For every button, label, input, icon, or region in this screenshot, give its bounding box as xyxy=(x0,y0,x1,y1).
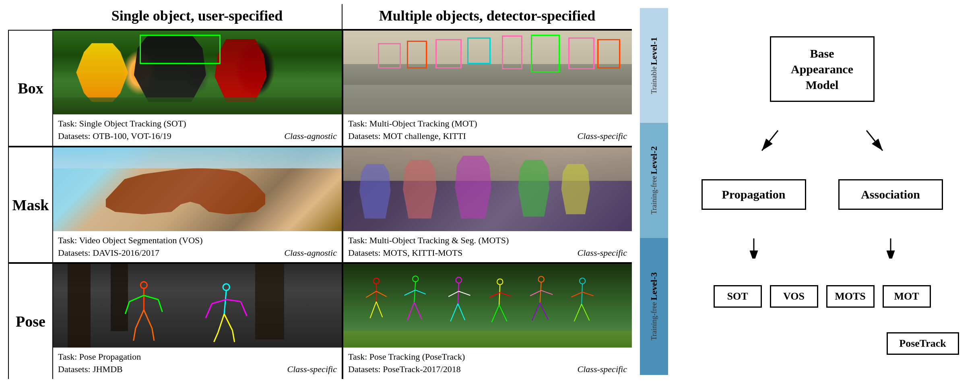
arrow-to-propagation xyxy=(754,128,786,153)
svg-point-0 xyxy=(140,282,147,288)
row-cells-mask: Task: Video Object Segmentation (VOS) Da… xyxy=(53,147,632,263)
diagram-section: Level-1 Trainable Level-2 Training-free … xyxy=(640,4,972,379)
task-pose-left: Task: Pose Propagation xyxy=(58,352,141,362)
svg-line-54 xyxy=(574,304,582,321)
flow-row-level1: Base Appearance Model xyxy=(672,28,972,102)
image-mask-left xyxy=(53,147,342,231)
svg-line-48 xyxy=(532,303,540,321)
row-cells-pose: Task: Pose Propagation Datasets: JHMDB C… xyxy=(53,264,632,379)
image-pose-right xyxy=(343,264,632,348)
row-cells-box: Task: Single Object Tracking (SOT) Datas… xyxy=(53,31,632,146)
box-sot: SOT xyxy=(714,285,762,308)
level-3-segment: Level-3 Training-free xyxy=(640,238,668,375)
svg-line-31 xyxy=(414,302,421,319)
caption-mask-right: Task: Multi-Object Tracking & Seg. (MOTS… xyxy=(343,231,632,263)
task-mask-right: Task: Multi-Object Tracking & Seg. (MOTS… xyxy=(348,235,509,245)
main-container: Single object, user-specified Multiple o… xyxy=(0,0,980,383)
svg-line-29 xyxy=(415,290,426,294)
col-header-left: Single object, user-specified xyxy=(52,4,342,30)
sot-label: SOT xyxy=(727,290,748,302)
level-2-segment: Level-2 Training-free xyxy=(640,123,668,238)
svg-line-57 xyxy=(762,130,778,151)
class-mask-right: Class-specific xyxy=(578,247,627,259)
svg-line-52 xyxy=(571,292,582,297)
level-bar: Level-1 Trainable Level-2 Training-free … xyxy=(640,8,668,375)
svg-line-45 xyxy=(540,282,541,303)
table-row-box: Box xyxy=(9,30,632,147)
task-pose-right: Task: Pose Tracking (PoseTrack) xyxy=(348,352,465,362)
svg-line-30 xyxy=(407,302,414,320)
box-mots: MOTS xyxy=(826,285,875,308)
class-pose-right: Class-specific xyxy=(578,363,627,376)
cell-mask-right: Task: Multi-Object Tracking & Seg. (MOTS… xyxy=(343,147,632,263)
svg-line-33 xyxy=(458,283,459,304)
svg-line-42 xyxy=(492,305,499,322)
svg-line-36 xyxy=(450,304,458,321)
caption-box-left: Task: Single Object Tracking (SOT) Datas… xyxy=(53,114,342,146)
svg-line-17 xyxy=(224,314,232,331)
level-1-label: Level-1 xyxy=(649,37,659,65)
svg-line-15 xyxy=(241,302,247,316)
box-posetrack: PoseTrack xyxy=(887,332,959,355)
level-3-label: Level-3 xyxy=(649,272,659,300)
row-label-mask: Mask xyxy=(9,147,53,263)
table-body: Box xyxy=(8,30,632,379)
svg-point-50 xyxy=(580,278,585,284)
level-2-label: Level-2 xyxy=(649,146,659,174)
svg-line-6 xyxy=(136,310,144,329)
svg-point-26 xyxy=(413,276,418,282)
svg-line-35 xyxy=(459,292,470,296)
svg-line-5 xyxy=(158,300,162,312)
datasets-box-right: Datasets: MOT challenge, KITTI xyxy=(348,131,466,141)
svg-point-10 xyxy=(223,284,229,290)
datasets-box-left: Datasets: OTB-100, VOT-16/19 xyxy=(58,131,171,141)
arrow-to-association xyxy=(858,128,891,153)
svg-line-40 xyxy=(489,293,500,298)
svg-line-25 xyxy=(376,302,382,317)
box-propagation: Propagation xyxy=(701,179,806,210)
svg-line-46 xyxy=(530,290,541,296)
box-base-model: Base Appearance Model xyxy=(770,36,875,102)
svg-line-43 xyxy=(499,305,507,321)
datasets-mask-right: Datasets: MOTS, KITTI-MOTS xyxy=(348,248,462,258)
arrows-to-level3 xyxy=(672,236,972,259)
box-vos: VOS xyxy=(770,285,818,308)
row-label-box: Box xyxy=(9,31,53,146)
class-box-right: Class-specific xyxy=(578,130,627,143)
svg-line-27 xyxy=(414,282,415,302)
svg-line-28 xyxy=(404,290,416,295)
image-box-left xyxy=(53,31,342,114)
image-box-right xyxy=(343,31,632,114)
box-mot: MOT xyxy=(883,285,931,308)
svg-line-13 xyxy=(226,300,241,302)
caption-pose-left: Task: Pose Propagation Datasets: JHMDB C… xyxy=(53,348,342,379)
cell-pose-right: Task: Pose Tracking (PoseTrack) Datasets… xyxy=(343,264,632,379)
svg-line-14 xyxy=(206,304,212,318)
col-header-right: Multiple objects, detector-specified xyxy=(342,4,632,30)
svg-line-24 xyxy=(370,302,376,318)
caption-mask-left: Task: Video Object Segmentation (VOS) Da… xyxy=(53,231,342,263)
box-association: Association xyxy=(838,179,943,210)
svg-line-47 xyxy=(541,290,553,294)
svg-line-55 xyxy=(582,304,589,321)
cell-box-right: Task: Multi-Object Tracking (MOT) Datase… xyxy=(343,31,632,146)
flow-row-level3-top: SOT VOS MOTS MOT xyxy=(672,285,972,308)
row-label-pose: Pose xyxy=(9,264,53,379)
mot-label: MOT xyxy=(894,290,919,302)
svg-line-51 xyxy=(582,284,582,304)
image-mask-right xyxy=(343,147,632,231)
svg-line-59 xyxy=(867,130,883,151)
task-box-right: Task: Multi-Object Tracking (MOT) xyxy=(348,118,477,128)
column-headers: Single object, user-specified Multiple o… xyxy=(52,4,632,30)
mots-label: MOTS xyxy=(835,290,866,302)
flow-diagram: Base Appearance Model xyxy=(672,8,972,375)
svg-line-9 xyxy=(152,329,154,341)
svg-point-32 xyxy=(456,277,462,283)
datasets-mask-left: Datasets: DAVIS-2016/2017 xyxy=(58,248,159,258)
cell-pose-left: Task: Pose Propagation Datasets: JHMDB C… xyxy=(53,264,342,379)
svg-line-49 xyxy=(540,303,548,320)
svg-line-53 xyxy=(582,292,594,296)
svg-line-39 xyxy=(499,285,500,305)
svg-line-12 xyxy=(212,300,226,304)
svg-point-20 xyxy=(373,278,379,284)
